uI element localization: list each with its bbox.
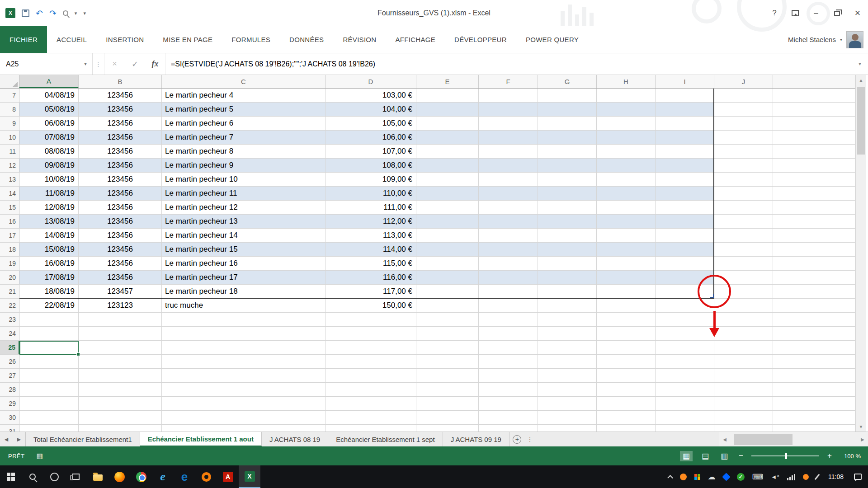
cell-A25[interactable] <box>19 341 79 354</box>
cell-C24[interactable] <box>162 327 326 340</box>
cell-A8[interactable]: 05/08/19 <box>19 103 79 116</box>
save-icon[interactable] <box>22 9 29 17</box>
cell-E23[interactable] <box>416 313 479 326</box>
internet-explorer-button[interactable]: e <box>152 465 174 488</box>
cell-A23[interactable] <box>19 313 79 326</box>
cell-D20[interactable]: 116,00 € <box>326 271 416 284</box>
cell-F20[interactable] <box>479 271 538 284</box>
cell-H27[interactable] <box>597 369 656 382</box>
cell-E30[interactable] <box>416 411 479 424</box>
cell-E27[interactable] <box>416 369 479 382</box>
cell-C19[interactable]: Le martin pecheur 16 <box>162 257 326 270</box>
cell-E13[interactable] <box>416 173 479 186</box>
cell-J25[interactable] <box>714 341 773 354</box>
cell-C11[interactable]: Le martin pecheur 8 <box>162 145 326 158</box>
cell-K28[interactable] <box>773 383 855 396</box>
cell-J18[interactable] <box>714 243 773 256</box>
taskbar-clock[interactable]: 11:08 <box>826 473 846 480</box>
cell-B19[interactable]: 123456 <box>79 257 162 270</box>
cell-D22[interactable]: 150,00 € <box>326 299 416 312</box>
vertical-scrollbar[interactable]: ▲ ▼ <box>855 75 866 432</box>
cell-J30[interactable] <box>714 411 773 424</box>
cell-H22[interactable] <box>597 299 656 312</box>
file-explorer-button[interactable] <box>87 465 108 488</box>
row-header-26[interactable]: 26 <box>0 355 19 368</box>
cell-I22[interactable] <box>656 299 714 312</box>
close-button[interactable]: × <box>847 4 868 22</box>
touch-keyboard-icon[interactable]: ⌨ <box>752 473 764 481</box>
cell-A18[interactable]: 15/08/19 <box>19 243 79 256</box>
action-center-icon[interactable] <box>854 474 862 480</box>
cell-A16[interactable]: 13/08/19 <box>19 215 79 228</box>
cell-C20[interactable]: Le martin pecheur 17 <box>162 271 326 284</box>
ribbon-tab-accueil[interactable]: ACCUEIL <box>47 26 96 53</box>
cell-G11[interactable] <box>538 145 597 158</box>
formula-input[interactable]: =SI(ESTVIDE('J ACHATS 08 19'!B26);"";'J … <box>165 53 852 75</box>
cell-K8[interactable] <box>773 103 855 116</box>
cell-B13[interactable]: 123456 <box>79 173 162 186</box>
ribbon-tab-r-vision[interactable]: RÉVISION <box>333 26 386 53</box>
table-resize-handle[interactable] <box>710 294 714 298</box>
cell-K24[interactable] <box>773 327 855 340</box>
cell-B27[interactable] <box>79 369 162 382</box>
scroll-left-icon[interactable]: ◀ <box>719 437 730 442</box>
cell-D15[interactable]: 111,00 € <box>326 201 416 214</box>
cell-I30[interactable] <box>656 411 714 424</box>
cell-J10[interactable] <box>714 131 773 144</box>
cell-F25[interactable] <box>479 341 538 354</box>
scroll-right-icon[interactable]: ▶ <box>857 437 868 442</box>
cell-B15[interactable]: 123456 <box>79 201 162 214</box>
cell-J20[interactable] <box>714 271 773 284</box>
cell-E28[interactable] <box>416 383 479 396</box>
cell-B10[interactable]: 123456 <box>79 131 162 144</box>
column-header-J[interactable]: J <box>714 75 773 88</box>
cell-I16[interactable] <box>656 215 714 228</box>
cell-K22[interactable] <box>773 299 855 312</box>
cell-B7[interactable]: 123456 <box>79 89 162 102</box>
cell-A21[interactable]: 18/08/19 <box>19 285 79 298</box>
search-button[interactable] <box>22 465 43 488</box>
row-header-12[interactable]: 12 <box>0 159 19 172</box>
cell-A30[interactable] <box>19 411 79 424</box>
cell-H10[interactable] <box>597 131 656 144</box>
cell-K30[interactable] <box>773 411 855 424</box>
row-header-16[interactable]: 16 <box>0 215 19 228</box>
row-header-29[interactable]: 29 <box>0 397 19 410</box>
cell-G23[interactable] <box>538 313 597 326</box>
task-view-button[interactable] <box>65 465 87 488</box>
row-header-22[interactable]: 22 <box>0 299 19 312</box>
cell-H16[interactable] <box>597 215 656 228</box>
cell-J26[interactable] <box>714 355 773 368</box>
cell-C29[interactable] <box>162 397 326 410</box>
cell-K21[interactable] <box>773 285 855 298</box>
cell-B8[interactable]: 123456 <box>79 103 162 116</box>
minimize-button[interactable]: – <box>806 4 826 22</box>
hidden-icons-button[interactable] <box>667 475 673 481</box>
cell-D27[interactable] <box>326 369 416 382</box>
cell-I29[interactable] <box>656 397 714 410</box>
cell-C16[interactable]: Le martin pecheur 13 <box>162 215 326 228</box>
cell-G28[interactable] <box>538 383 597 396</box>
cell-H8[interactable] <box>597 103 656 116</box>
cell-G14[interactable] <box>538 187 597 200</box>
cell-D8[interactable]: 104,00 € <box>326 103 416 116</box>
cell-I11[interactable] <box>656 145 714 158</box>
cell-C10[interactable]: Le martin pecheur 7 <box>162 131 326 144</box>
row-header-14[interactable]: 14 <box>0 187 19 200</box>
cell-K16[interactable] <box>773 215 855 228</box>
cell-B18[interactable]: 123456 <box>79 243 162 256</box>
cell-A17[interactable]: 14/08/19 <box>19 229 79 242</box>
cell-D23[interactable] <box>326 313 416 326</box>
volume-muted-icon[interactable]: ◄× <box>771 474 779 480</box>
cell-A11[interactable]: 08/08/19 <box>19 145 79 158</box>
cell-C13[interactable]: Le martin pecheur 10 <box>162 173 326 186</box>
cell-C30[interactable] <box>162 411 326 424</box>
cell-C21[interactable]: Le martin pecheur 18 <box>162 285 326 298</box>
cell-F13[interactable] <box>479 173 538 186</box>
pen-mode-icon[interactable] <box>63 10 68 16</box>
cell-K15[interactable] <box>773 201 855 214</box>
cell-A10[interactable]: 07/08/19 <box>19 131 79 144</box>
cell-H18[interactable] <box>597 243 656 256</box>
row-header-20[interactable]: 20 <box>0 271 19 284</box>
cell-F18[interactable] <box>479 243 538 256</box>
